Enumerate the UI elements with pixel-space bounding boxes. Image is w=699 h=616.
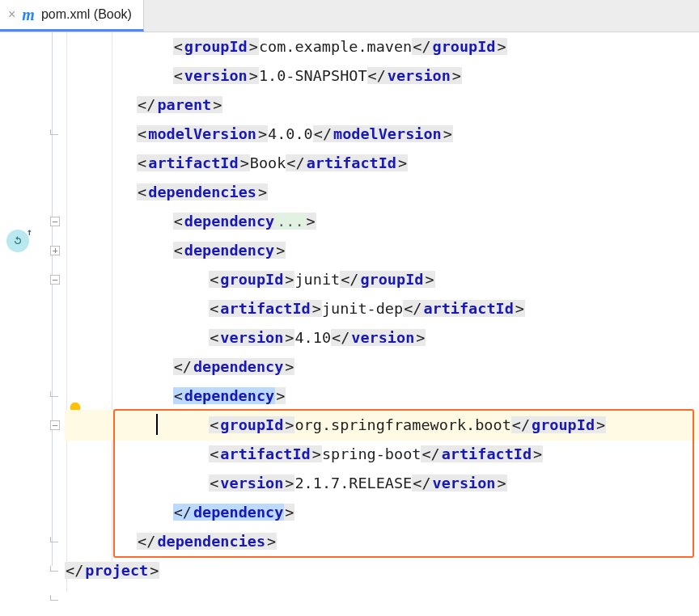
code-line[interactable]: </project> [65,556,699,585]
editor[interactable]: ↑ [0,32,699,616]
code-line[interactable]: <modelVersion>4.0.0</modelVersion> [65,120,699,149]
code-line[interactable]: <version>1.0-SNAPSHOT</version> [65,61,699,91]
fold-end-icon[interactable] [0,527,65,556]
fold-toggle-minus-icon[interactable] [0,411,65,440]
fold-end-icon[interactable] [0,382,65,411]
code-line[interactable]: <dependency> [65,236,699,265]
code-line[interactable]: <dependency> [65,382,699,411]
close-icon[interactable]: × [8,7,15,22]
code-line[interactable]: <artifactId>Book</artifactId> [65,149,699,178]
code-line[interactable]: <groupId>com.example.maven</groupId> [65,32,699,61]
code-line[interactable]: <groupId>org.springframework.boot</group… [65,411,699,440]
gutter: ↑ [0,32,65,616]
gutter-fold-line [52,32,53,566]
code-line[interactable]: <dependency...> [65,207,699,236]
code-line[interactable]: </dependencies> [65,527,699,556]
code-area[interactable]: <groupId>com.example.maven</groupId> <ve… [65,32,699,616]
fold-toggle-minus-icon[interactable] [0,265,65,294]
tab-title: pom.xml (Book) [41,7,132,22]
code-line[interactable]: </dependency> [65,352,699,382]
code-line[interactable]: <artifactId>junit-dep</artifactId> [65,294,699,323]
fold-end-icon[interactable] [0,556,65,585]
fold-end-icon[interactable] [0,585,65,614]
code-line[interactable]: <version>2.1.7.RELEASE</version> [65,469,699,498]
maven-reload-icon[interactable]: ↑ [6,230,29,252]
code-line[interactable]: <groupId>junit</groupId> [65,265,699,294]
code-line[interactable]: </dependency> [65,498,699,527]
code-line[interactable]: <artifactId>spring-boot</artifactId> [65,440,699,469]
maven-icon: m [22,6,35,24]
tab-pom-xml[interactable]: × m pom.xml (Book) [0,0,144,32]
fold-end-icon[interactable] [0,120,65,149]
code-line[interactable]: </parent> [65,91,699,120]
tab-bar: × m pom.xml (Book) [0,0,699,32]
code-line[interactable]: <dependencies> [65,178,699,207]
code-line[interactable]: <version>4.10</version> [65,323,699,352]
